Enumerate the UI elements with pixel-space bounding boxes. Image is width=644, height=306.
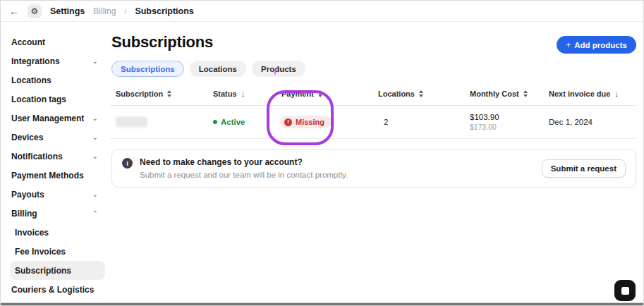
monthly-cost-secondary: $173.00	[470, 123, 499, 131]
breadcrumb-billing[interactable]: Billing	[93, 6, 116, 16]
plus-icon: +	[566, 40, 571, 50]
app-window: ← ⚙ Settings Billing / Subscriptions Acc…	[0, 0, 644, 306]
monthly-cost-primary: $103.90	[470, 113, 499, 121]
sidebar-item-label: Locations	[11, 75, 51, 85]
subscription-name-redacted	[116, 117, 147, 128]
sidebar-item-location-tags[interactable]: Location tags	[6, 90, 105, 109]
status-badge: Active	[213, 118, 245, 126]
chevron-down-icon: ⌄	[92, 58, 98, 65]
column-label: Monthly Cost	[470, 90, 519, 98]
sort-both-icon	[419, 90, 423, 97]
column-header-subscription[interactable]: Subscription	[116, 90, 171, 98]
sidebar-item-user-management[interactable]: User Management ⌄	[6, 109, 105, 128]
callout-title: Need to make changes to your account?	[140, 157, 348, 167]
sidebar-item-payment-methods[interactable]: Payment Methods	[6, 166, 105, 185]
subscriptions-table: Subscription Status ↓ Payment Locations …	[110, 89, 636, 139]
sidebar-item-locations[interactable]: Locations	[6, 71, 105, 90]
column-header-next-invoice-due[interactable]: Next invoice due ↓	[549, 90, 619, 98]
sidebar-item-label: Notifications	[11, 152, 63, 161]
breadcrumb-settings[interactable]: Settings	[50, 6, 85, 16]
sidebar-item-invoices[interactable]: Invoices	[10, 223, 105, 242]
alert-icon: !	[284, 118, 292, 126]
sort-down-icon: ↓	[241, 90, 245, 98]
monthly-cost-cell: $103.90 $173.00	[470, 113, 499, 131]
chevron-down-icon: ⌄	[92, 134, 98, 141]
chevron-down-icon: ⌄	[92, 191, 98, 198]
column-label: Locations	[378, 90, 415, 98]
sidebar-item-subscriptions[interactable]: Subscriptions	[10, 261, 105, 280]
chevron-down-icon: ⌄	[92, 115, 98, 122]
tab-label: Locations	[199, 65, 237, 73]
sidebar-item-billing[interactable]: Billing ⌃	[6, 204, 105, 223]
column-label: Payment	[281, 90, 314, 98]
stop-icon	[621, 287, 629, 295]
tab-subscriptions[interactable]: Subscriptions	[111, 61, 184, 77]
sidebar-item-integrations[interactable]: Integrations ⌄	[6, 51, 105, 71]
sidebar-item-label: Invoices	[15, 228, 49, 238]
account-changes-callout: i Need to make changes to your account? …	[111, 149, 636, 188]
tab-products[interactable]: Products	[252, 61, 305, 77]
back-icon[interactable]: ←	[9, 6, 19, 16]
status-dot-icon	[213, 120, 217, 124]
column-header-monthly-cost[interactable]: Monthly Cost	[470, 90, 528, 98]
sidebar-item-devices[interactable]: Devices ⌄	[6, 128, 105, 147]
status-label: Active	[221, 118, 245, 126]
sidebar-item-label: Payment Methods	[11, 171, 84, 180]
callout-description: Submit a request and our team will be in…	[140, 171, 348, 179]
sidebar-item-label: Subscriptions	[15, 266, 71, 276]
breadcrumb-bar: ← ⚙ Settings Billing / Subscriptions	[1, 1, 643, 22]
payment-label: Missing	[296, 118, 324, 126]
bottom-edge-bar	[1, 302, 643, 305]
tab-label: Subscriptions	[121, 65, 175, 73]
sidebar-item-label: Account	[11, 37, 45, 47]
payment-cell: ! Missing	[280, 116, 332, 128]
settings-sidebar: Account Integrations ⌄ Locations Locatio…	[1, 22, 110, 299]
sidebar-item-couriers-logistics[interactable]: Couriers & Logistics	[6, 280, 105, 299]
sidebar-item-payouts[interactable]: Payouts ⌄	[6, 185, 105, 204]
column-label: Subscription	[116, 90, 163, 98]
sidebar-item-label: Devices	[11, 133, 43, 142]
sidebar-item-label: Location tags	[11, 94, 66, 104]
sort-both-icon	[523, 90, 528, 97]
main-content: Subscriptions + Add products Subscriptio…	[110, 22, 643, 305]
column-header-payment[interactable]: Payment	[281, 90, 322, 98]
submit-request-button[interactable]: Submit a request	[542, 159, 626, 178]
sort-down-icon: ↓	[614, 90, 619, 98]
gear-icon: ⚙	[31, 6, 39, 16]
stop-recording-button[interactable]	[614, 280, 636, 301]
chevron-up-icon: ⌃	[92, 210, 98, 217]
locations-cell: 2	[384, 118, 388, 126]
tab-locations[interactable]: Locations	[190, 61, 246, 77]
add-products-button[interactable]: + Add products	[557, 36, 636, 54]
breadcrumb-separator: /	[124, 7, 126, 16]
sidebar-item-fee-invoices[interactable]: Fee Invoices	[10, 242, 105, 261]
column-header-locations[interactable]: Locations	[378, 90, 423, 98]
tab-label: Products	[261, 65, 296, 73]
table-row[interactable]: Active ! Missing 2 $103.90 $173.00 Dec 1…	[110, 106, 636, 139]
column-header-status[interactable]: Status ↓	[213, 90, 245, 98]
payment-missing-badge: ! Missing	[280, 116, 332, 128]
chevron-down-icon: ⌄	[92, 153, 98, 160]
sidebar-item-label: Payouts	[11, 190, 44, 200]
callout-text: Need to make changes to your account? Su…	[140, 157, 348, 179]
sidebar-item-label: Fee Invoices	[15, 247, 66, 257]
tab-bar: Subscriptions Locations Products	[111, 61, 643, 77]
settings-gear-button[interactable]: ⚙	[28, 4, 42, 18]
breadcrumb-current: Subscriptions	[135, 6, 193, 16]
column-label: Next invoice due	[549, 90, 610, 98]
sort-both-icon	[167, 90, 171, 97]
next-invoice-cell: Dec 1, 2024	[549, 118, 593, 126]
sidebar-item-notifications[interactable]: Notifications ⌄	[6, 147, 105, 166]
sidebar-item-label: Couriers & Logistics	[11, 285, 94, 295]
column-label: Status	[213, 90, 237, 98]
sidebar-item-label: Billing	[11, 209, 37, 219]
sort-both-icon	[318, 90, 322, 97]
sidebar-item-label: User Management	[11, 114, 84, 123]
table-header-row: Subscription Status ↓ Payment Locations …	[110, 89, 636, 106]
info-icon: i	[122, 158, 133, 169]
sidebar-item-account[interactable]: Account	[6, 32, 105, 51]
add-products-label: Add products	[574, 41, 627, 49]
sidebar-item-label: Integrations	[11, 56, 60, 66]
status-cell: Active	[213, 118, 245, 126]
